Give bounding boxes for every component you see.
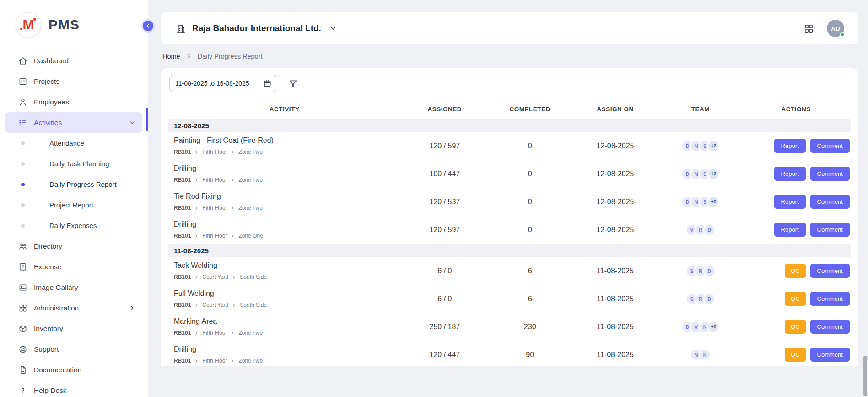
assigned-value: 120 / 537	[400, 198, 489, 206]
sidebar-item-documentation[interactable]: Documentation	[5, 359, 142, 380]
report-button[interactable]: Report	[774, 167, 806, 181]
completed-value: 6	[489, 267, 571, 275]
home-icon	[18, 56, 27, 65]
breadcrumb-home[interactable]: Home	[162, 53, 180, 60]
qc-button[interactable]: QC	[785, 348, 806, 362]
assign-on-value: 12-08-2025	[571, 226, 660, 234]
activity-title: Full Welding	[174, 289, 400, 298]
chevron-right-icon	[194, 178, 199, 183]
sidebar-item-help-desk[interactable]: Help Desk	[5, 380, 142, 397]
team-avatar[interactable]: D	[703, 265, 715, 277]
team-avatar[interactable]: R	[699, 349, 711, 361]
sidebar-item-support[interactable]: Support	[5, 339, 142, 359]
team-avatars: V R D	[660, 224, 742, 236]
report-button[interactable]: Report	[774, 139, 806, 153]
comment-button[interactable]: Comment	[810, 195, 850, 209]
comment-button[interactable]: Comment	[810, 167, 850, 181]
row-actions: Report Comment	[741, 139, 851, 153]
table-row: Full Welding RB101 Court Yard South Side…	[168, 285, 851, 313]
comment-button[interactable]: Comment	[810, 139, 850, 153]
sidebar-subitem-attendance[interactable]: Attendance	[0, 133, 148, 153]
app-root: M PMS Dashboard Projects Employees Activ…	[0, 0, 868, 397]
sidebar-subitem-project-report[interactable]: Project Report	[0, 195, 148, 215]
user-icon	[18, 98, 27, 107]
sidebar-item-activities[interactable]: Activities	[5, 112, 142, 133]
sidebar-item-label: Support	[34, 345, 59, 353]
qc-button[interactable]: QC	[785, 264, 806, 278]
sidebar-item-employees[interactable]: Employees	[5, 92, 142, 112]
project-code: RB101	[174, 177, 191, 183]
sidebar-item-directory[interactable]: Directory	[5, 236, 142, 256]
col-assigned: ASSIGNED	[400, 98, 489, 119]
qc-button[interactable]: QC	[785, 292, 806, 306]
header-actions: AD	[803, 20, 844, 37]
table-header: ACTIVITY ASSIGNED COMPLETED ASSIGN ON TE…	[168, 98, 851, 119]
logo-row: M PMS	[0, 0, 148, 47]
comment-button[interactable]: Comment	[810, 348, 850, 362]
report-button[interactable]: Report	[774, 195, 806, 209]
row-actions: QC Comment	[741, 292, 851, 306]
comment-button[interactable]: Comment	[810, 264, 850, 278]
sidebar-item-expense[interactable]: Expense	[5, 256, 142, 277]
date-range-input[interactable]	[169, 75, 276, 92]
sidebar-item-inventory[interactable]: Inventory	[5, 318, 142, 339]
row-actions: QC Comment	[741, 348, 851, 362]
report-button[interactable]: Report	[774, 223, 806, 237]
image-icon	[18, 283, 27, 292]
table-row: Tie Rod Fixing RB101 Fifth Floor Zone Tw…	[168, 188, 851, 216]
team-extra-count[interactable]: +2	[707, 140, 719, 152]
completed-value: 0	[489, 198, 571, 206]
comment-button[interactable]: Comment	[810, 292, 850, 306]
company-name: Raja Bahadur International Ltd.	[192, 23, 321, 33]
path-segment: Fifth Floor	[202, 233, 227, 239]
sidebar-item-dashboard[interactable]: Dashboard	[5, 50, 142, 71]
building-icon	[176, 23, 186, 34]
path-segment: Zone Two	[238, 177, 262, 183]
activity-path: RB101 Court Yard South Side	[174, 274, 400, 280]
team-avatars: D N S +2	[660, 140, 742, 152]
assign-on-value: 11-08-2025	[571, 323, 660, 331]
activity-path: RB101 Fifth Floor Zone Two	[174, 358, 400, 364]
user-avatar[interactable]: AD	[827, 20, 844, 37]
team-extra-count[interactable]: +2	[707, 321, 719, 333]
chevron-down-icon	[329, 24, 337, 33]
assign-on-value: 11-08-2025	[571, 351, 660, 359]
project-code: RB101	[174, 205, 191, 211]
chevron-right-icon	[194, 359, 199, 364]
bullet-icon	[21, 203, 25, 207]
apps-grid-icon[interactable]	[803, 23, 814, 34]
team-avatar[interactable]: D	[703, 293, 715, 305]
app-logo: M	[16, 12, 41, 38]
row-actions: Report Comment	[741, 195, 851, 209]
assigned-value: 6 / 0	[400, 295, 489, 303]
sidebar-item-label: Inventory	[34, 325, 63, 333]
comment-button[interactable]: Comment	[810, 223, 850, 237]
team-avatar[interactable]: D	[703, 224, 715, 236]
chevron-down-icon	[129, 119, 136, 126]
bullet-icon	[21, 183, 25, 186]
team-extra-count[interactable]: +2	[707, 196, 719, 208]
filter-icon[interactable]	[288, 79, 298, 88]
bullet-icon	[21, 224, 25, 228]
filter-row	[168, 75, 851, 92]
sidebar-subitem-daily-expenses[interactable]: Daily Expenses	[0, 215, 148, 236]
project-code: RB101	[174, 233, 191, 239]
sidebar-item-administration[interactable]: Administration	[5, 298, 142, 318]
comment-button[interactable]: Comment	[810, 320, 850, 334]
assign-on-value: 12-08-2025	[571, 142, 660, 150]
sidebar-collapse-button[interactable]	[141, 19, 155, 33]
bullet-icon	[21, 141, 25, 145]
table-row: Drilling RB101 Fifth Floor Zone One 120 …	[168, 216, 851, 244]
list-icon	[18, 118, 27, 127]
team-extra-count[interactable]: +2	[707, 168, 719, 180]
sidebar-subitem-daily-task-planning[interactable]: Daily Task Planning	[0, 153, 148, 174]
sidebar-item-image-gallary[interactable]: Image Gallary	[5, 277, 142, 298]
team-avatars: S R D	[660, 293, 742, 305]
company-selector[interactable]: Raja Bahadur International Ltd.	[176, 23, 337, 34]
activity-path: RB101 Court Yard South Side	[174, 302, 400, 308]
sidebar-item-projects[interactable]: Projects	[5, 71, 142, 92]
vertical-scrollbar[interactable]	[863, 356, 867, 396]
assign-on-value: 11-08-2025	[571, 267, 660, 275]
sidebar-subitem-daily-progress-report[interactable]: Daily Progress Report	[0, 174, 148, 195]
qc-button[interactable]: QC	[785, 320, 806, 334]
